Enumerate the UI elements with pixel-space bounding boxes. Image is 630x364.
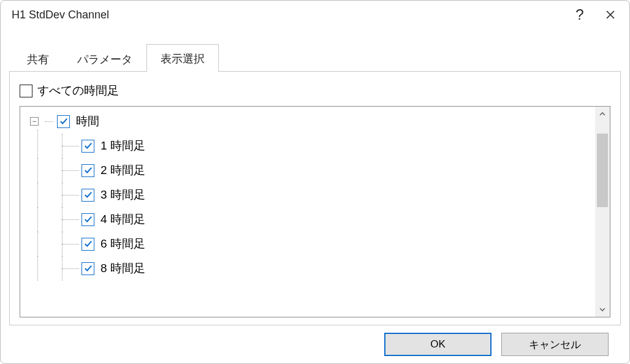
scroll-down-button[interactable] xyxy=(595,302,610,317)
tree-node-4h[interactable]: 4 時間足 xyxy=(25,207,595,232)
timeframe-tree: − 時間 1 xyxy=(20,107,595,317)
timeframe-checkbox-4h[interactable] xyxy=(82,213,94,226)
tree-connector xyxy=(62,268,79,269)
scroll-thumb[interactable] xyxy=(597,134,608,207)
tab-parameters[interactable]: パラメータ xyxy=(63,47,146,72)
tree-node-2h[interactable]: 2 時間足 xyxy=(25,158,595,183)
title-bar: H1 StdDev Channel ? xyxy=(1,1,629,29)
close-button[interactable] xyxy=(595,2,626,27)
timeframe-checkbox-3h[interactable] xyxy=(82,189,94,202)
window-title: H1 StdDev Channel xyxy=(12,9,564,21)
tab-display-selection[interactable]: 表示選択 xyxy=(146,44,219,72)
tree-connector xyxy=(62,244,79,245)
tab-shared[interactable]: 共有 xyxy=(13,47,63,72)
cancel-button[interactable]: キャンセル xyxy=(501,333,609,356)
timeframe-checkbox-6h[interactable] xyxy=(82,238,94,251)
timeframe-label: 3 時間足 xyxy=(101,187,145,203)
root-label: 時間 xyxy=(76,113,99,129)
timeframe-label: 2 時間足 xyxy=(101,162,145,178)
tree-node-3h[interactable]: 3 時間足 xyxy=(25,183,595,207)
ok-button[interactable]: OK xyxy=(384,333,491,356)
chevron-up-icon xyxy=(599,110,606,118)
dialog-footer: OK キャンセル xyxy=(9,325,621,363)
dialog-window: H1 StdDev Channel ? 共有 パラメータ 表示選択 すべての時間… xyxy=(0,0,630,364)
tree-connector xyxy=(62,195,79,195)
timeframe-checkbox-1h[interactable] xyxy=(82,140,94,153)
tree-connector xyxy=(45,121,53,122)
close-icon xyxy=(605,10,615,20)
collapse-icon[interactable]: − xyxy=(30,117,39,126)
timeframe-tree-container: − 時間 1 xyxy=(20,106,610,317)
timeframe-label: 6 時間足 xyxy=(101,236,145,252)
tree-node-6h[interactable]: 6 時間足 xyxy=(25,232,595,256)
scroll-track[interactable] xyxy=(595,121,610,302)
scroll-up-button[interactable] xyxy=(595,107,610,121)
tree-node-1h[interactable]: 1 時間足 xyxy=(25,134,595,158)
help-icon: ? xyxy=(575,7,583,22)
timeframe-label: 8 時間足 xyxy=(101,260,145,276)
tree-connector xyxy=(62,219,79,220)
timeframe-label: 4 時間足 xyxy=(101,211,145,227)
chevron-down-icon xyxy=(599,306,606,313)
tree-node-8h[interactable]: 8 時間足 xyxy=(25,256,595,281)
vertical-scrollbar[interactable] xyxy=(595,107,610,317)
timeframe-checkbox-2h[interactable] xyxy=(82,164,94,177)
dialog-content: 共有 パラメータ 表示選択 すべての時間足 − xyxy=(1,29,629,363)
tree-node-root[interactable]: − 時間 xyxy=(25,109,595,134)
tree-connector xyxy=(62,146,79,146)
help-button[interactable]: ? xyxy=(564,2,595,27)
all-timeframes-row: すべての時間足 xyxy=(20,79,610,106)
tab-strip: 共有 パラメータ 表示選択 xyxy=(9,45,621,72)
timeframe-label: 1 時間足 xyxy=(101,138,145,154)
all-timeframes-checkbox[interactable] xyxy=(20,85,32,97)
tab-panel-display: すべての時間足 − 時間 xyxy=(9,71,621,325)
root-checkbox[interactable] xyxy=(57,115,70,128)
all-timeframes-label: すべての時間足 xyxy=(37,83,119,99)
tree-connector xyxy=(62,170,79,171)
timeframe-checkbox-8h[interactable] xyxy=(82,262,94,275)
